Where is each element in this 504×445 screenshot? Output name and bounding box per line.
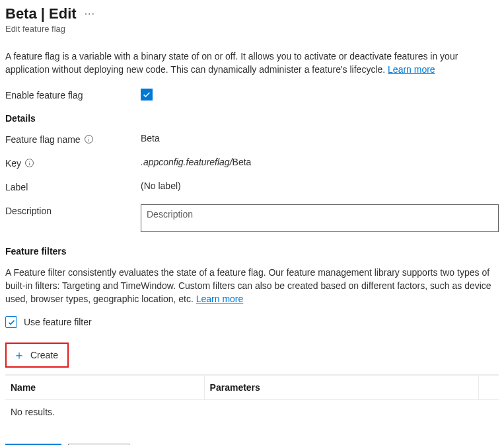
enable-label: Enable feature flag	[5, 89, 141, 101]
filters-intro-body: A Feature filter consistently evaluates …	[5, 267, 491, 305]
key-suffix: Beta	[233, 157, 252, 167]
more-icon[interactable]: ···	[85, 8, 95, 20]
key-label: Key	[5, 158, 21, 169]
filters-section-title: Feature filters	[5, 246, 499, 257]
use-filter-checkbox[interactable]	[5, 316, 17, 328]
label-label: Label	[5, 181, 141, 192]
key-prefix: .appconfig.featureflag/	[141, 157, 233, 167]
details-section-title: Details	[5, 113, 499, 124]
table-no-results: No results.	[5, 400, 499, 424]
label-value: (No label)	[141, 181, 499, 191]
enable-checkbox[interactable]	[141, 89, 153, 101]
info-icon[interactable]	[25, 159, 34, 167]
page-subtitle: Edit feature flag	[5, 24, 499, 34]
check-icon	[7, 318, 16, 327]
intro-text: A feature flag is a variable with a bina…	[5, 50, 499, 77]
filters-learn-more-link[interactable]: Learn more	[196, 294, 244, 304]
column-name[interactable]: Name	[5, 376, 205, 400]
create-button-label: Create	[30, 350, 58, 360]
key-value: .appconfig.featureflag/Beta	[141, 157, 499, 167]
description-input[interactable]	[141, 204, 499, 232]
info-icon[interactable]	[85, 135, 93, 143]
check-icon	[142, 90, 151, 99]
page-title: Beta | Edit	[5, 5, 77, 22]
filters-intro: A Feature filter consistently evaluates …	[5, 266, 499, 306]
intro-learn-more-link[interactable]: Learn more	[388, 64, 435, 75]
create-button[interactable]: ＋ Create	[5, 343, 69, 368]
name-label: Feature flag name	[5, 134, 81, 145]
name-value: Beta	[141, 133, 499, 143]
use-filter-label: Use feature filter	[24, 317, 92, 327]
description-label: Description	[5, 204, 141, 216]
plus-icon: ＋	[13, 349, 25, 361]
column-actions	[479, 376, 499, 400]
column-parameters[interactable]: Parameters	[205, 376, 479, 400]
filters-table: Name Parameters No results.	[5, 374, 499, 424]
